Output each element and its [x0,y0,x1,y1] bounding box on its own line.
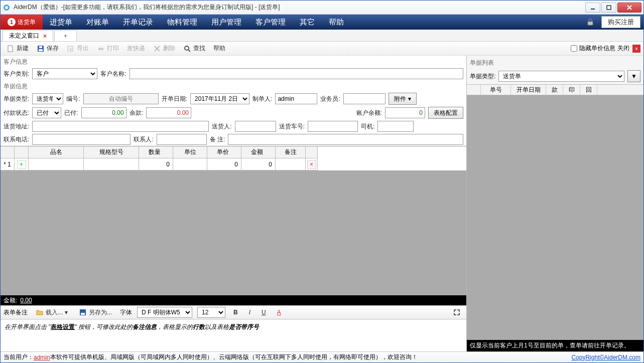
font-color-button[interactable]: A [274,308,284,317]
editor-toolbar: 表单备注 载入...▾ 另存为... 字体 D F 明朝体W5 12 B I U… [1,305,466,319]
menu-help[interactable]: 帮助 [322,15,351,30]
attachment-button[interactable]: 附件▾ [389,93,417,105]
copyright-link[interactable]: CopyRight©AiderDM.com [571,354,640,361]
svg-point-17 [185,46,189,50]
window-title: AiderDM（爱德）-[如需更多功能，请联系我们，我们将根据您的需求为您量身订… [14,3,585,12]
table-config-button[interactable]: 表格配置 [428,107,463,119]
delivery-address-input[interactable] [32,121,209,132]
delete-icon [153,45,161,53]
main-menubar: 1送货单 进货单 对账单 开单记录 物料管理 用户管理 客户管理 其它 帮助 购… [1,15,643,30]
font-family-select[interactable]: D F 明朝体W5 [137,307,192,318]
doc-date-picker[interactable]: 2017年11月 2日 [190,93,249,104]
right-grid-empty [467,95,643,340]
hide-price-checkbox[interactable]: 隐藏单价信息 [571,44,615,53]
saveas-template-button[interactable]: 另存为... [76,307,115,318]
doc-sales-input[interactable] [343,93,385,104]
cell-name[interactable] [29,158,84,170]
note-input[interactable] [228,134,463,145]
driver-input[interactable] [377,121,414,132]
notes-tab-label: 表单备注 [4,308,28,317]
load-template-button[interactable]: 载入...▾ [33,307,71,318]
menu-delivery[interactable]: 1送货单 [1,15,43,30]
contact-input[interactable] [157,134,207,145]
paid-amount-input[interactable] [81,107,126,118]
action-toolbar: 新建 保存 导出 打印 发快递 删除 查找 帮助 隐藏单价信息 关闭 × [1,42,643,56]
status-bar: 当前用户： admin 本软件可提供单机版、局域网版（可局域网内多人同时使用）、… [1,351,643,362]
cell-amount[interactable]: 0 [241,158,276,170]
export-button: 导出 [64,43,92,54]
new-file-icon [7,45,15,53]
expand-button[interactable] [450,308,463,317]
save-button[interactable]: 保存 [34,43,62,54]
menu-other[interactable]: 其它 [293,15,322,30]
svg-point-1 [5,6,8,9]
current-user-link[interactable]: admin [34,354,50,361]
minimize-button[interactable] [585,3,600,13]
chevron-down-icon: ▾ [65,309,68,316]
svg-rect-14 [99,46,102,48]
maximize-button[interactable] [601,3,616,13]
tab-label: 未定义窗口 [9,32,39,40]
menu-users[interactable]: 用户管理 [204,15,248,30]
buy-register-button[interactable]: 购买注册 [601,16,640,28]
menu-customers[interactable]: 客户管理 [248,15,293,30]
titlebar: AiderDM（爱德）-[如需更多功能，请联系我们，我们将根据您的需求为您量身订… [1,1,643,15]
find-button[interactable]: 查找 [180,43,208,54]
notes-editor[interactable]: 在开单界面点击 "表格设置" 按钮，可修改此处的备注信息，表格显示的行数以及表格… [1,319,466,351]
cell-qty[interactable]: 0 [139,158,173,170]
menu-statement[interactable]: 对账单 [79,15,116,30]
doc-no-input[interactable] [83,93,159,104]
saveas-icon [79,308,87,316]
table-row[interactable]: *1 + 0 0 0 × [1,158,466,170]
customer-type-label: 客户类别: [4,70,29,78]
menu-purchase[interactable]: 进货单 [43,15,79,30]
col-name: 品名 [29,146,84,158]
doc-maker-input[interactable] [275,93,317,104]
total-bar: 金额:0.00 [1,295,466,305]
font-size-select[interactable]: 12 [197,307,225,318]
bold-button[interactable]: B [230,308,241,317]
phone-input[interactable] [32,134,131,145]
underline-button[interactable]: U [259,308,269,317]
tab-undefined-window[interactable]: 未定义窗口 × [3,30,53,41]
print-icon [97,45,105,53]
right-footer-hint: 仅显示当前客户上月1号至目前的单，查单请前往开单记录。 [467,340,643,351]
right-doc-type-select[interactable]: 送货单 [498,71,624,82]
line-items-grid: 品名 规格型号 数量 单位 单价 金额 备注 *1 + 0 0 0 × [1,146,466,170]
tab-add-button[interactable]: + [54,30,77,41]
customer-type-select[interactable]: 客户 [32,68,97,79]
menu-records[interactable]: 开单记录 [116,15,160,30]
lock-icon[interactable] [579,15,601,30]
app-logo-icon [3,4,11,12]
chevron-down-icon: ▾ [408,95,411,102]
add-row-button[interactable]: + [17,160,26,169]
search-icon [183,45,191,53]
col-price: 单价 [207,146,241,158]
pane-close-button[interactable]: × [632,45,640,53]
svg-rect-8 [11,46,13,47]
svg-rect-3 [607,6,611,10]
cell-price[interactable]: 0 [207,158,241,170]
doc-section-label: 单据信息 [1,80,466,92]
delivery-person-input[interactable] [235,121,276,132]
customer-name-label: 客户名称: [100,70,126,78]
cell-unit[interactable] [173,158,207,170]
express-button: 发快递 [124,43,148,54]
new-button[interactable]: 新建 [4,43,32,54]
pay-status-select[interactable]: 已付 [32,107,61,118]
total-value: 0.00 [20,297,32,304]
tab-close-icon[interactable]: × [43,33,47,40]
cell-spec[interactable] [84,158,139,170]
export-icon [67,45,75,53]
doc-type-select[interactable]: 送货单 [32,93,63,104]
customer-name-input[interactable] [130,68,463,79]
italic-button[interactable]: I [246,308,253,317]
cell-note[interactable] [276,158,306,170]
remain-amount-input[interactable] [146,107,191,118]
delete-row-button[interactable]: × [307,160,316,169]
right-filter-button[interactable]: ▼ [627,70,640,82]
toolbar-help-button[interactable]: 帮助 [210,43,228,54]
menu-materials[interactable]: 物料管理 [160,15,204,30]
delivery-car-input[interactable] [308,121,358,132]
window-close-button[interactable] [617,3,641,13]
